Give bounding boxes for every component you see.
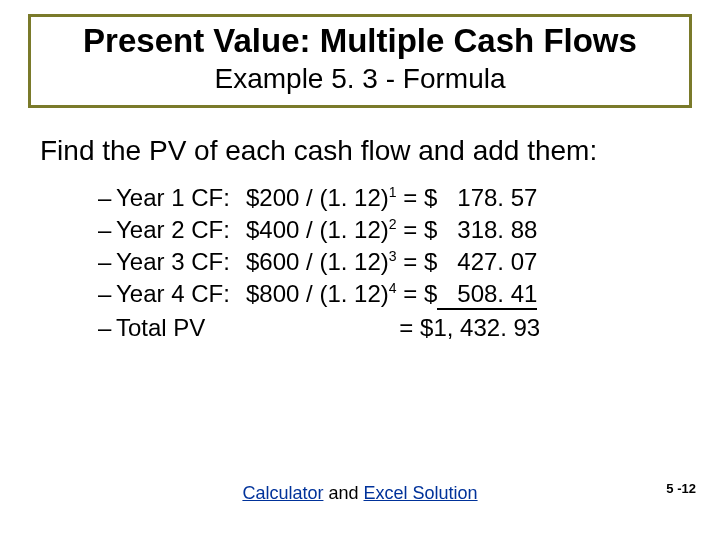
slide-title: Present Value: Multiple Cash Flows (41, 23, 679, 59)
page-number: 5 -12 (666, 481, 696, 496)
cf-value: 427. 07 (437, 248, 537, 276)
calculator-link[interactable]: Calculator (242, 483, 323, 503)
bullet-dash: – (98, 184, 116, 212)
slide: Present Value: Multiple Cash Flows Examp… (0, 0, 720, 540)
cf-calc: $800 / (1. 12)4 = $ (246, 280, 437, 308)
cf-value: 318. 88 (437, 216, 537, 244)
cf-label: Year 1 CF: (116, 184, 246, 212)
calculation-list: – Year 1 CF: $200 / (1. 12)1 = $ 178. 57… (98, 184, 692, 342)
cf-calc: $400 / (1. 12)2 = $ (246, 216, 437, 244)
excel-link[interactable]: Excel Solution (364, 483, 478, 503)
total-row: – Total PV = $ 1, 432. 93 (98, 314, 692, 342)
cf-row: – Year 3 CF: $600 / (1. 12)3 = $ 427. 07 (98, 248, 692, 276)
bullet-dash: – (98, 280, 116, 308)
bullet-dash: – (98, 248, 116, 276)
body: Find the PV of each cash flow and add th… (28, 134, 692, 342)
footer-links: Calculator and Excel Solution (0, 483, 720, 504)
slide-subtitle: Example 5. 3 - Formula (41, 63, 679, 95)
cf-label: Year 3 CF: (116, 248, 246, 276)
cf-label: Year 2 CF: (116, 216, 246, 244)
total-label: Total PV (116, 314, 246, 342)
instruction-text: Find the PV of each cash flow and add th… (40, 134, 692, 168)
cf-row: – Year 2 CF: $400 / (1. 12)2 = $ 318. 88 (98, 216, 692, 244)
cf-row: – Year 1 CF: $200 / (1. 12)1 = $ 178. 57 (98, 184, 692, 212)
total-value: 1, 432. 93 (433, 314, 540, 342)
bullet-dash: – (98, 216, 116, 244)
cf-value: 178. 57 (437, 184, 537, 212)
title-box: Present Value: Multiple Cash Flows Examp… (28, 14, 692, 108)
cf-value: 508. 41 (437, 280, 537, 310)
cf-calc: $200 / (1. 12)1 = $ (246, 184, 437, 212)
footer-and: and (323, 483, 363, 503)
total-eq: = $ (246, 314, 433, 342)
cf-label: Year 4 CF: (116, 280, 246, 308)
cf-row: – Year 4 CF: $800 / (1. 12)4 = $ 508. 41 (98, 280, 692, 310)
cf-calc: $600 / (1. 12)3 = $ (246, 248, 437, 276)
bullet-dash: – (98, 314, 116, 342)
